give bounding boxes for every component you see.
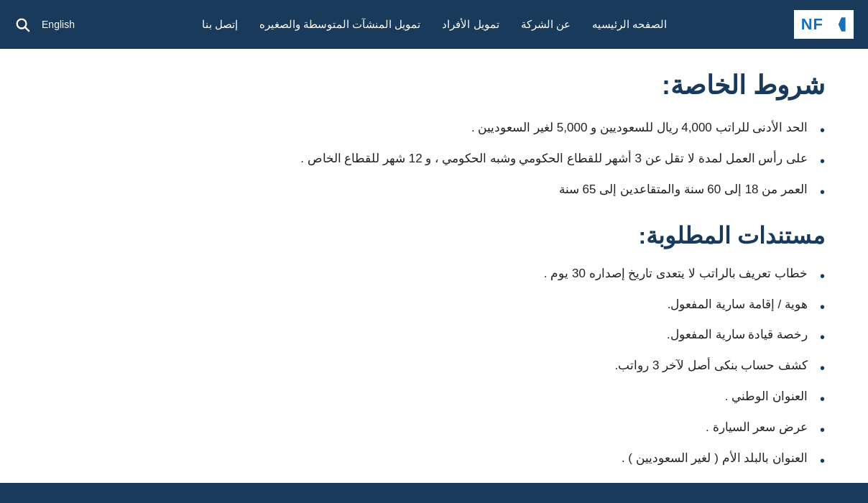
nav-link-personal[interactable]: تمويل الأفراد xyxy=(442,18,499,30)
condition-item-2: على رأس العمل لمدة لا تقل عن 3 أشهر للقط… xyxy=(43,149,825,170)
doc-item-5: العنوان الوطني . xyxy=(43,387,825,407)
nav-link-about[interactable]: عن الشركة xyxy=(521,18,571,30)
logo-box: N NF xyxy=(794,10,854,39)
condition-item-1: الحد الأدنى للراتب 4,000 ريال للسعوديين … xyxy=(43,118,825,139)
nav-item-contact[interactable]: إتصل بنا xyxy=(202,18,238,31)
navbar: N NF الصفحه الرئيسيه عن الشركة تمويل الأ… xyxy=(0,0,868,49)
nav-item-sme[interactable]: تمويل المنشآت المتوسطة والصغيره xyxy=(259,18,421,31)
doc-item-3: رخصة قيادة سارية المفعول. xyxy=(43,325,825,346)
doc-item-7: العنوان بالبلد الأم ( لغير السعوديين ) . xyxy=(43,448,825,469)
doc-item-1: خطاب تعريف بالراتب لا يتعدى تاريخ إصداره… xyxy=(43,264,825,285)
doc-item-4: كشف حساب بنكى أصل لآخر 3 رواتب. xyxy=(43,356,825,377)
documents-heading: مستندات المطلوبة: xyxy=(43,222,825,249)
conditions-heading: شروط الخاصة: xyxy=(43,70,825,101)
navbar-left-controls: English xyxy=(14,17,75,32)
nav-link-home[interactable]: الصفحه الرئيسيه xyxy=(592,18,667,30)
nav-item-home[interactable]: الصفحه الرئيسيه xyxy=(592,18,667,31)
nav-item-personal[interactable]: تمويل الأفراد xyxy=(442,18,499,31)
nav-item-about[interactable]: عن الشركة xyxy=(521,18,571,31)
nav-link-contact[interactable]: إتصل بنا xyxy=(202,18,238,30)
conditions-list: الحد الأدنى للراتب 4,000 ريال للسعوديين … xyxy=(43,118,825,200)
svg-line-4 xyxy=(25,27,29,31)
nav-links: الصفحه الرئيسيه عن الشركة تمويل الأفراد … xyxy=(202,18,667,31)
documents-list: خطاب تعريف بالراتب لا يتعدى تاريخ إصداره… xyxy=(43,264,825,500)
doc-item-2: هوية / إقامة سارية المفعول. xyxy=(43,295,825,315)
doc-item-6: عرض سعر السيارة . xyxy=(43,417,825,438)
condition-item-3: العمر من 18 إلى 60 سنة والمتقاعدين إلى 6… xyxy=(43,180,825,200)
search-icon[interactable] xyxy=(14,17,30,32)
logo-text: NF xyxy=(801,15,823,34)
logo-icon: N xyxy=(826,14,846,34)
footer xyxy=(0,483,868,503)
language-switcher[interactable]: English xyxy=(42,19,75,30)
svg-text:N: N xyxy=(826,17,827,33)
nav-link-sme[interactable]: تمويل المنشآت المتوسطة والصغيره xyxy=(259,18,421,30)
logo-container: N NF xyxy=(794,10,854,39)
main-content: شروط الخاصة: الحد الأدنى للراتب 4,000 ري… xyxy=(0,49,868,503)
